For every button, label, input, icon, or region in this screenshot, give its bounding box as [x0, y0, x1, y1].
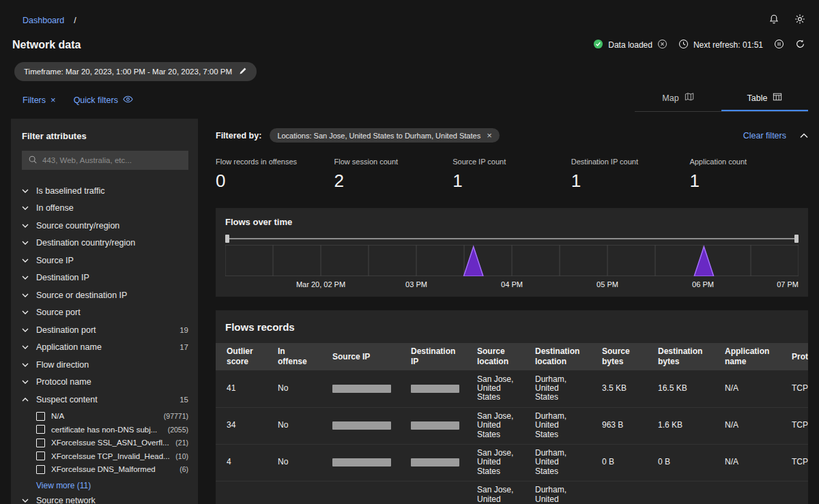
tab-table-label: Table [747, 93, 768, 103]
filters-toggle[interactable]: Filters × [23, 95, 56, 105]
filter-attribute-item[interactable]: Destination country/region [22, 235, 188, 252]
quick-filters-toggle[interactable]: Quick filters [74, 95, 133, 105]
dismiss-status-button[interactable] [657, 39, 667, 51]
cell-destination-bytes: 1.6 KB [647, 407, 714, 444]
tab-table[interactable]: Table [721, 87, 808, 111]
filter-attribute-count: 15 [179, 396, 188, 404]
range-handle-right[interactable] [794, 235, 799, 243]
settings-button[interactable] [794, 14, 805, 27]
time-range-slider[interactable] [225, 235, 799, 243]
cell-source-ip [321, 444, 400, 481]
filter-attribute-item[interactable]: Suspect content 15 [22, 391, 188, 409]
suspect-content-option[interactable]: XForceIssue SSL_ASN1_Overfl... (21) [36, 436, 188, 450]
table-row[interactable]: 34NoSan Jose, United StatesDurham, Unite… [216, 407, 808, 444]
filter-attribute-item[interactable]: Protocol name [22, 374, 188, 391]
filter-tag: Locations: San Jose, United States to Du… [270, 128, 499, 143]
filter-attribute-label: Source network [36, 496, 96, 504]
chevron-down-icon [22, 189, 29, 193]
cell-protocol-name: TCP [781, 444, 808, 481]
filter-attribute-item[interactable]: Source or destination IP [22, 286, 188, 304]
filter-attribute-label: Flow direction [36, 360, 89, 370]
cell-in-offense [267, 481, 321, 504]
filter-tag-label: Locations: San Jose, United States to Du… [277, 132, 480, 140]
chevron-down-icon [22, 310, 29, 314]
checkbox[interactable] [36, 465, 45, 474]
checkbox[interactable] [36, 451, 45, 460]
next-refresh-label: Next refresh: 01:51 [693, 40, 763, 50]
column-header-source-location: Source location [466, 343, 524, 370]
cell-source-bytes: 963 B [591, 407, 647, 444]
checkbox[interactable] [36, 425, 45, 434]
main-content: Filtered by: Locations: San Jose, United… [216, 119, 808, 504]
filter-attribute-item[interactable]: Destination IP [22, 269, 188, 287]
checkbox[interactable] [36, 412, 45, 421]
filter-attribute-item[interactable]: Destination port 19 [22, 321, 188, 339]
flows-chart[interactable] [225, 245, 799, 276]
redacted-source-ip [332, 458, 391, 466]
filter-attribute-item[interactable]: Source IP [22, 252, 188, 269]
filter-attribute-label: Protocol name [36, 377, 91, 387]
cell-application-name: N/A [714, 444, 781, 481]
table-row[interactable]: 4NoSan Jose, United StatesDurham, United… [216, 444, 808, 481]
timeframe-pill[interactable]: Timeframe: Mar 20, 2023, 1:00 PM - Mar 2… [14, 62, 257, 81]
eye-icon [123, 95, 133, 105]
dismiss-icon [657, 39, 667, 51]
filter-attribute-item[interactable]: Source port [22, 304, 188, 322]
filter-attribute-item[interactable]: Application name 17 [22, 339, 188, 357]
suspect-content-option[interactable]: certificate has non-DNS subj... (2055) [36, 423, 188, 436]
filter-attribute-item[interactable]: Flow direction [22, 356, 188, 374]
filter-attribute-item[interactable]: Source network [22, 492, 188, 504]
x-axis-tick: Mar 20, 02 PM [296, 280, 345, 288]
cell-destination-bytes: 0 B [647, 444, 714, 481]
suspect-content-option[interactable]: N/A (97771) [36, 410, 188, 424]
filter-attribute-item[interactable]: Source country/region [22, 217, 188, 235]
collapse-filters-button[interactable] [800, 130, 808, 140]
metric-value: 1 [689, 171, 808, 192]
option-count: (2055) [164, 426, 188, 434]
filter-attribute-label: Destination IP [36, 273, 89, 282]
search-input[interactable] [42, 156, 182, 164]
column-header-protocol-name: Protocol name [781, 343, 808, 370]
filter-attribute-item[interactable]: In offense [22, 200, 188, 218]
breadcrumb-dashboard-link[interactable]: Dashboard [23, 16, 64, 25]
refresh-button[interactable] [795, 39, 805, 51]
notifications-button[interactable] [768, 14, 779, 27]
table-row[interactable]: 41NoSan Jose, United StatesDurham, Unite… [216, 370, 808, 407]
chevron-down-icon [22, 293, 29, 297]
metric: Flow session count 2 [334, 158, 453, 192]
pause-refresh-button[interactable] [774, 39, 784, 51]
chevron-down-icon [22, 345, 29, 349]
table-row[interactable]: San Jose, United StatesDurham, United St… [216, 481, 808, 504]
option-label: certificate has non-DNS subj... [51, 426, 157, 434]
range-track [229, 238, 794, 239]
redacted-destination-ip [411, 421, 459, 430]
x-axis-tick: 06 PM [692, 280, 714, 288]
metric: Application count 1 [689, 158, 808, 192]
suspect-content-option[interactable]: XForceIssue TCP_Invalid_Head... (10) [36, 449, 188, 463]
tab-map[interactable]: Map [635, 87, 721, 111]
redacted-source-ip [332, 385, 391, 393]
clear-filters-link[interactable]: Clear filters [743, 131, 786, 140]
network-data-page: Dashboard / [0, 0, 819, 504]
cell-protocol-name: TCP [781, 407, 808, 444]
metric-value: 0 [216, 171, 334, 192]
suspect-content-option[interactable]: XForceIssue DNS_Malformed (6) [36, 463, 188, 477]
cell-destination-ip [400, 370, 466, 407]
cell-source-bytes [591, 481, 647, 504]
checkbox[interactable] [36, 439, 45, 447]
topbar-icons [768, 14, 805, 27]
option-label: XForceIssue DNS_Malformed [51, 465, 156, 473]
filter-attribute-item[interactable]: Is baselined traffic [22, 182, 188, 200]
option-count: (97771) [160, 412, 188, 420]
cell-source-location: San Jose, United States [466, 407, 524, 444]
cell-destination-ip [400, 481, 466, 504]
view-more-link[interactable]: View more (11) [36, 481, 91, 490]
suspect-content-options: N/A (97771) certificate has non-DNS subj… [22, 409, 188, 492]
quick-filters-label: Quick filters [74, 95, 118, 105]
filter-attribute-label: Source port [36, 308, 81, 317]
filter-tag-close-icon[interactable]: × [487, 131, 492, 140]
check-circle-icon [593, 39, 603, 51]
cell-destination-ip [400, 407, 466, 444]
metric-value: 1 [452, 171, 571, 192]
filter-attribute-count: 17 [179, 343, 188, 351]
